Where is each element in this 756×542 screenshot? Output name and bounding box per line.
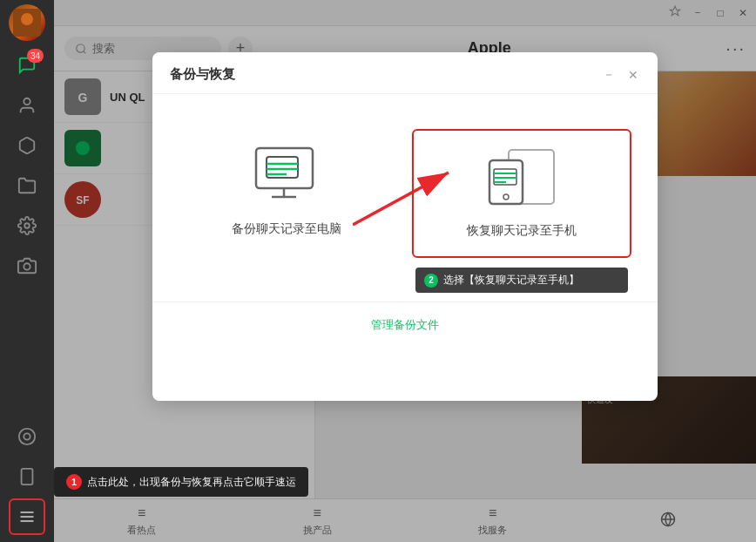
restore-to-phone-option[interactable]: 恢复聊天记录至手机 2 选择【恢复聊天记录至手机】 (412, 129, 631, 258)
backup-to-pc-label: 备份聊天记录至电脑 (232, 221, 341, 237)
avatar[interactable] (9, 7, 45, 44)
sidebar-item-menu[interactable] (9, 498, 45, 535)
tooltip-badge: 2 (424, 274, 438, 288)
chat-badge: 34 (27, 49, 44, 63)
restore-to-phone-label: 恢复聊天记录至手机 (467, 223, 577, 239)
phone-group-icon (483, 148, 561, 209)
dialog-footer: 管理备份文件 (152, 301, 658, 347)
dialog-title: 备份与恢复 (170, 66, 235, 83)
tooltip-text: 选择【恢复聊天记录至手机】 (443, 273, 579, 288)
bottom-tooltip: 1 点击此处，出现备份与恢复再点击它顺手速运 (54, 467, 308, 497)
dialog-minimize-button[interactable]: － (602, 68, 616, 82)
dialog-body: 备份聊天记录至电脑 (152, 94, 658, 275)
tooltip-restore: 2 选择【恢复聊天记录至手机】 (415, 268, 628, 293)
sidebar-item-folder[interactable] (9, 167, 45, 204)
sidebar-item-settings[interactable] (9, 207, 45, 244)
svg-rect-2 (18, 28, 36, 37)
svg-point-4 (24, 223, 30, 228)
svg-point-1 (21, 13, 33, 25)
sidebar-item-miniapps[interactable] (9, 418, 45, 455)
bottom-tooltip-text: 点击此处，出现备份与恢复再点击它顺手速运 (87, 475, 296, 490)
sidebar-item-mobile[interactable] (9, 458, 45, 495)
sidebar-item-contacts[interactable] (9, 87, 45, 124)
dialog-header: 备份与恢复 － ✕ (152, 52, 658, 94)
main-panel: － □ ✕ + Apple ··· (54, 0, 756, 542)
dialog-close-button[interactable]: ✕ (626, 68, 640, 82)
backup-restore-dialog: 备份与恢复 － ✕ (152, 52, 658, 401)
manage-backup-link[interactable]: 管理备份文件 (371, 318, 439, 331)
modal-overlay: 备份与恢复 － ✕ (54, 0, 756, 542)
sidebar-item-camera[interactable] (9, 247, 45, 284)
svg-point-7 (24, 433, 30, 439)
sidebar: 34 (0, 0, 54, 542)
svg-point-5 (24, 263, 30, 269)
app-window: 34 (0, 0, 756, 542)
sidebar-item-discover[interactable] (9, 127, 45, 164)
svg-point-6 (19, 429, 35, 444)
svg-point-3 (24, 98, 30, 105)
monitor-icon (247, 146, 326, 207)
sidebar-item-chat[interactable]: 34 (9, 47, 45, 84)
dialog-controls: － ✕ (602, 68, 640, 82)
bottom-tooltip-badge: 1 (66, 474, 82, 490)
svg-rect-8 (22, 469, 33, 484)
